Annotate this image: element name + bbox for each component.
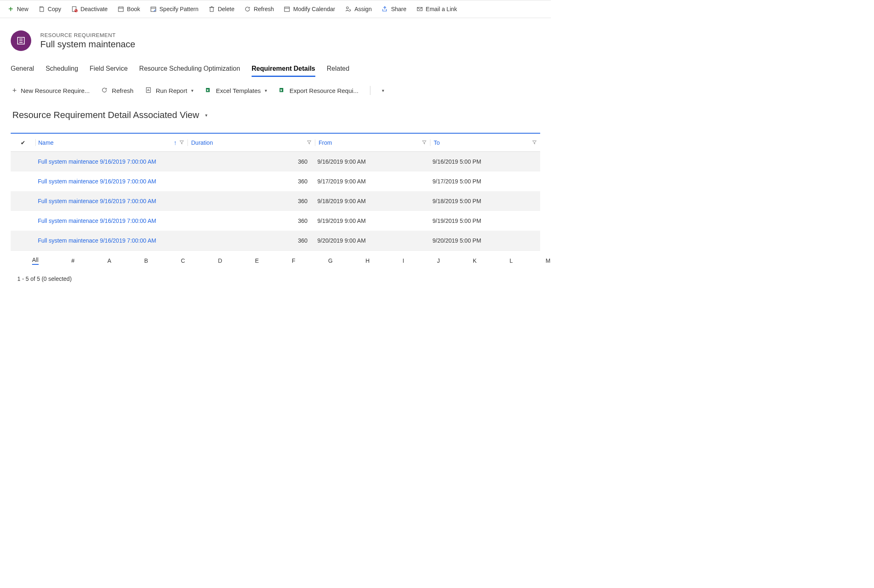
cell-from: 9/16/2019 9:00 AM — [315, 158, 430, 165]
email-link-button[interactable]: Email a Link — [416, 6, 457, 12]
book-label: Book — [127, 6, 140, 12]
svg-rect-6 — [284, 7, 289, 12]
cell-duration: 360 — [187, 198, 315, 204]
table-row[interactable]: Full system maintenace 9/16/2019 7:00:00… — [11, 171, 540, 191]
tab-field-service[interactable]: Field Service — [90, 65, 127, 77]
modify-calendar-button[interactable]: Modify Calendar — [284, 6, 335, 12]
record-title: Full system maintenace — [40, 39, 135, 50]
cell-name[interactable]: Full system maintenace 9/16/2019 7:00:00… — [35, 198, 187, 204]
copy-button[interactable]: Copy — [38, 6, 61, 12]
alpha-letter[interactable]: G — [328, 257, 333, 264]
new-record-label: New Resource Require... — [21, 87, 90, 94]
table-row[interactable]: Full system maintenace 9/16/2019 7:00:00… — [11, 231, 540, 250]
tab-scheduling[interactable]: Scheduling — [46, 65, 78, 77]
refresh-icon — [244, 6, 251, 12]
filter-icon[interactable] — [179, 139, 184, 146]
alpha-letter[interactable]: M — [546, 257, 550, 264]
svg-rect-5 — [210, 7, 213, 12]
excel-templates-button[interactable]: Excel Templates ▾ — [205, 87, 267, 95]
deactivate-button[interactable]: Deactivate — [71, 6, 108, 12]
table-row[interactable]: Full system maintenace 9/16/2019 7:00:00… — [11, 191, 540, 211]
cell-from: 9/19/2019 9:00 AM — [315, 218, 430, 224]
entity-badge-icon — [11, 30, 31, 51]
tab-requirement-details[interactable]: Requirement Details — [252, 65, 315, 77]
tab-bar: General Scheduling Field Service Resourc… — [0, 55, 551, 77]
table-row[interactable]: Full system maintenace 9/16/2019 7:00:00… — [11, 152, 540, 171]
sub-refresh-label: Refresh — [112, 87, 134, 94]
excel-icon — [279, 87, 285, 95]
cell-duration: 360 — [187, 218, 315, 224]
alpha-letter[interactable]: E — [255, 257, 259, 264]
column-header-duration[interactable]: Duration — [191, 139, 304, 146]
new-button[interactable]: + New — [7, 6, 28, 12]
overflow-button[interactable]: ▾ — [382, 88, 384, 93]
grid-header: ✔ Name ↑ Duration From To — [11, 134, 540, 152]
alpha-all[interactable]: All — [32, 257, 39, 265]
run-report-button[interactable]: Run Report ▾ — [145, 87, 194, 95]
select-all-checkbox[interactable]: ✔ — [11, 139, 35, 146]
grid-body: Full system maintenace 9/16/2019 7:00:00… — [11, 152, 540, 250]
cell-name[interactable]: Full system maintenace 9/16/2019 7:00:00… — [35, 218, 187, 224]
assign-label: Assign — [354, 6, 372, 12]
filter-icon[interactable] — [422, 139, 427, 146]
cell-to: 9/17/2019 5:00 PM — [430, 178, 540, 185]
alpha-letter[interactable]: L — [509, 257, 513, 264]
alpha-letter[interactable]: I — [402, 257, 404, 264]
specify-pattern-button[interactable]: Specify Pattern — [150, 6, 199, 12]
assign-icon — [345, 6, 351, 12]
excel-icon — [205, 87, 212, 95]
run-report-label: Run Report — [156, 87, 187, 94]
column-header-from[interactable]: From — [319, 139, 419, 146]
alpha-letter[interactable]: A — [107, 257, 111, 264]
alpha-letter[interactable]: C — [181, 257, 185, 264]
separator — [370, 86, 370, 95]
alpha-letter[interactable]: H — [365, 257, 370, 264]
chevron-down-icon: ▾ — [191, 88, 194, 93]
alpha-letter[interactable]: B — [144, 257, 148, 264]
cell-to: 9/19/2019 5:00 PM — [430, 218, 540, 224]
alpha-letter[interactable]: D — [218, 257, 222, 264]
deactivate-icon — [71, 6, 78, 12]
cell-name[interactable]: Full system maintenace 9/16/2019 7:00:00… — [35, 178, 187, 185]
tab-rso[interactable]: Resource Scheduling Optimization — [139, 65, 240, 77]
sub-command-bar: + New Resource Require... Refresh Run Re… — [0, 77, 551, 95]
new-record-button[interactable]: + New Resource Require... — [12, 86, 90, 95]
alpha-letter[interactable]: F — [292, 257, 296, 264]
modify-calendar-label: Modify Calendar — [293, 6, 335, 12]
cell-to: 9/18/2019 5:00 PM — [430, 198, 540, 204]
chevron-down-icon: ▾ — [382, 88, 384, 93]
chevron-down-icon: ▾ — [265, 88, 267, 93]
column-header-name[interactable]: Name — [38, 139, 171, 146]
sort-asc-icon[interactable]: ↑ — [174, 139, 177, 146]
table-row[interactable]: Full system maintenace 9/16/2019 7:00:00… — [11, 211, 540, 231]
book-button[interactable]: Book — [118, 6, 140, 12]
alpha-letter[interactable]: # — [72, 257, 75, 264]
export-button[interactable]: Export Resource Requi... — [279, 87, 358, 95]
delete-button[interactable]: Delete — [208, 6, 234, 12]
calendar-icon — [118, 6, 124, 12]
specify-pattern-label: Specify Pattern — [160, 6, 199, 12]
tab-general[interactable]: General — [11, 65, 34, 77]
alpha-letter[interactable]: K — [473, 257, 476, 264]
cell-name[interactable]: Full system maintenace 9/16/2019 7:00:00… — [35, 158, 187, 165]
column-header-to[interactable]: To — [434, 139, 529, 146]
assign-button[interactable]: Assign — [345, 6, 372, 12]
command-bar: + New Copy Deactivate Book Specify Patte… — [0, 0, 551, 18]
trash-icon — [208, 6, 215, 12]
grid-status: 1 - 5 of 5 (0 selected) — [0, 269, 551, 290]
calendar-edit-icon — [150, 6, 157, 12]
new-label: New — [17, 6, 28, 12]
sub-refresh-button[interactable]: Refresh — [101, 87, 134, 95]
svg-rect-1 — [72, 7, 76, 12]
cell-to: 9/20/2019 5:00 PM — [430, 237, 540, 244]
tab-related[interactable]: Related — [327, 65, 349, 77]
share-button[interactable]: Share — [382, 6, 406, 12]
filter-icon[interactable] — [307, 139, 312, 146]
filter-icon[interactable] — [532, 139, 537, 146]
alpha-letter[interactable]: J — [437, 257, 440, 264]
refresh-button[interactable]: Refresh — [244, 6, 274, 12]
cell-duration: 360 — [187, 178, 315, 185]
cell-name[interactable]: Full system maintenace 9/16/2019 7:00:00… — [35, 237, 187, 244]
cell-duration: 360 — [187, 237, 315, 244]
view-selector-chevron-icon[interactable]: ▾ — [205, 113, 208, 118]
